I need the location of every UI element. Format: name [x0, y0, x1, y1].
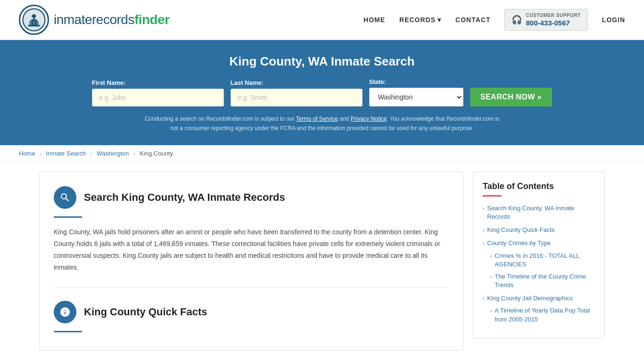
- chevron-icon-4: ›: [483, 296, 484, 302]
- last-name-label: Last Name:: [231, 79, 363, 86]
- site-header: inmaterecordsfinder HOME RECORDS ▾ CONTA…: [0, 0, 644, 40]
- toc-sublink-1[interactable]: › Crimes % in 2016 - TOTAL ALL AGENCIES: [490, 252, 595, 269]
- support-text: CUSTOMER SUPPORT 800-433-0567: [526, 12, 580, 28]
- sidebar: Table of Contents › Search King County, …: [473, 172, 605, 351]
- first-name-input[interactable]: [92, 89, 224, 107]
- svg-rect-3: [28, 25, 40, 26]
- breadcrumb-inmate-search[interactable]: Inmate Search: [46, 150, 86, 157]
- breadcrumb: Home › Inmate Search › Washington › King…: [0, 145, 644, 162]
- main-container: Search King County, WA Inmate Records Ki…: [20, 172, 624, 351]
- section-separator: [54, 287, 449, 288]
- section1-body: King County, WA jails hold prisoners aft…: [54, 226, 449, 274]
- toc-item-4: › King County Jail Demographics › A Time…: [483, 294, 595, 324]
- toc-link-3[interactable]: › County Crimes by Type: [483, 239, 595, 247]
- breadcrumb-sep-3: ›: [133, 151, 135, 156]
- toc-item-2: › King County Quick Facts: [483, 226, 595, 234]
- support-label: CUSTOMER SUPPORT: [526, 12, 580, 18]
- logo-text-bold: finder: [134, 12, 170, 27]
- support-box[interactable]: 🎧 CUSTOMER SUPPORT 800-433-0567: [504, 9, 587, 31]
- last-name-input[interactable]: [231, 89, 363, 107]
- support-number: 800-433-0567: [526, 18, 580, 28]
- chevron-icon-sub1: ›: [490, 253, 492, 260]
- hero-disclaimer: Conducting a search on Recordsfinder.com…: [143, 114, 501, 133]
- toc-box: Table of Contents › Search King County, …: [473, 172, 605, 338]
- breadcrumb-king-county: King County: [140, 150, 173, 157]
- chevron-icon-sub3: ›: [490, 308, 492, 314]
- toc-link-1[interactable]: › Search King County, WA Inmate Records: [483, 204, 595, 221]
- state-select[interactable]: Washington: [369, 88, 463, 107]
- toc-link-4[interactable]: › King County Jail Demographics: [483, 294, 595, 303]
- first-name-label: First Name:: [92, 79, 224, 86]
- hero-section: King County, WA Inmate Search First Name…: [0, 40, 644, 145]
- nav-contact[interactable]: CONTACT: [455, 16, 490, 24]
- svg-rect-7: [30, 21, 32, 25]
- section1-divider: [54, 216, 82, 218]
- chevron-icon-sub2: ›: [490, 274, 492, 280]
- toc-label-1: Search King County, WA Inmate Records: [487, 204, 595, 221]
- toc-title: Table of Contents: [483, 181, 595, 191]
- toc-sublabel-1: Crimes % in 2016 - TOTAL ALL AGENCIES: [495, 252, 595, 269]
- breadcrumb-washington[interactable]: Washington: [97, 150, 129, 157]
- svg-rect-9: [36, 21, 38, 25]
- toc-sublabel-3: A Timeline of Yearly Data Pop Total from…: [495, 306, 595, 323]
- info-section-icon: [54, 301, 76, 323]
- toc-sublabel-2: The Timeline of the County Crime Trends: [495, 272, 595, 289]
- main-nav: HOME RECORDS ▾ CONTACT 🎧 CUSTOMER SUPPOR…: [363, 9, 625, 31]
- toc-sublist: › Crimes % in 2016 - TOTAL ALL AGENCIES …: [483, 252, 595, 290]
- search-section-icon: [54, 186, 76, 209]
- toc-divider: [483, 195, 502, 197]
- toc-label-2: King County Quick Facts: [487, 226, 554, 234]
- toc-label-3: County Crimes by Type: [487, 239, 551, 247]
- chevron-down-icon: ▾: [438, 16, 441, 24]
- logo-text: inmaterecordsfinder: [54, 12, 170, 27]
- hero-title: King County, WA Inmate Search: [19, 54, 625, 69]
- toc-label-4: King County Jail Demographics: [487, 294, 572, 303]
- section2-divider: [54, 331, 82, 332]
- content-area: Search King County, WA Inmate Records Ki…: [39, 172, 463, 351]
- section1-title: Search King County, WA Inmate Records: [84, 191, 285, 204]
- nav-records[interactable]: RECORDS ▾: [399, 16, 441, 24]
- chevron-icon-3: ›: [483, 240, 484, 247]
- tos-link[interactable]: Terms of Service: [296, 115, 338, 122]
- toc-subitem-1: › Crimes % in 2016 - TOTAL ALL AGENCIES: [490, 252, 595, 269]
- toc-list: › Search King County, WA Inmate Records …: [483, 204, 595, 324]
- last-name-field: Last Name:: [231, 79, 363, 107]
- logo-area: inmaterecordsfinder: [19, 5, 170, 35]
- toc-item-1: › Search King County, WA Inmate Records: [483, 204, 595, 221]
- toc-subitem-3: › A Timeline of Yearly Data Pop Total fr…: [490, 306, 595, 323]
- toc-sublink-3[interactable]: › A Timeline of Yearly Data Pop Total fr…: [490, 306, 595, 323]
- search-form: First Name: Last Name: State: Washington…: [19, 78, 625, 107]
- search-button[interactable]: SEARCH NOW »: [470, 88, 552, 107]
- toc-subitem-2: › The Timeline of the County Crime Trend…: [490, 272, 595, 289]
- section1-header: Search King County, WA Inmate Records: [54, 186, 449, 209]
- svg-rect-8: [33, 21, 34, 25]
- nav-login[interactable]: LOGIN: [602, 16, 625, 24]
- svg-point-6: [32, 14, 36, 18]
- logo-icon: [19, 5, 49, 35]
- nav-records-label: RECORDS: [399, 16, 436, 24]
- toc-sublink-2[interactable]: › The Timeline of the County Crime Trend…: [490, 272, 595, 289]
- section2-title: King County Quick Facts: [84, 306, 207, 318]
- first-name-field: First Name:: [92, 79, 224, 107]
- section2-header: King County Quick Facts: [54, 301, 449, 323]
- breadcrumb-sep-1: ›: [40, 151, 41, 156]
- nav-home[interactable]: HOME: [363, 16, 385, 24]
- toc-sublist-2: › A Timeline of Yearly Data Pop Total fr…: [483, 306, 595, 323]
- state-field: State: Washington: [369, 78, 463, 107]
- chevron-icon-2: ›: [483, 227, 484, 234]
- state-label: State:: [369, 78, 463, 85]
- privacy-link[interactable]: Privacy Notice: [351, 115, 387, 122]
- toc-item-3: › County Crimes by Type › Crimes % in 20…: [483, 239, 595, 289]
- logo-text-main: inmaterecords: [54, 12, 134, 27]
- headset-icon: 🎧: [512, 15, 522, 25]
- chevron-icon-1: ›: [483, 206, 484, 212]
- breadcrumb-home[interactable]: Home: [19, 150, 35, 157]
- toc-link-2[interactable]: › King County Quick Facts: [483, 226, 595, 234]
- breadcrumb-sep-2: ›: [91, 151, 92, 156]
